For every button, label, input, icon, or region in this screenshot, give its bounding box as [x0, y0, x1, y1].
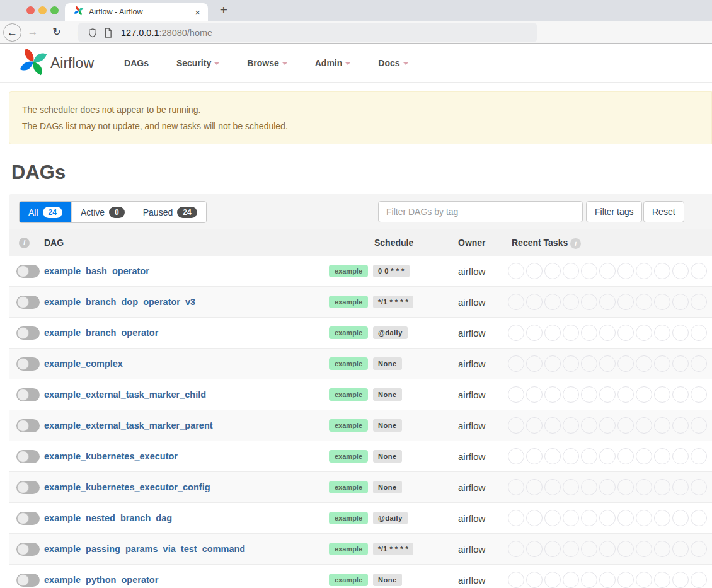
dag-pause-toggle[interactable]: [16, 265, 40, 278]
forward-button[interactable]: →: [25, 25, 40, 40]
nav-item-security[interactable]: Security: [176, 58, 219, 68]
brand-name: Airflow: [50, 55, 94, 72]
task-status-circle: [617, 294, 634, 310]
dag-link[interactable]: example_kubernetes_executor_config: [44, 472, 210, 503]
dag-pause-toggle[interactable]: [16, 574, 40, 587]
reset-button[interactable]: Reset: [643, 201, 684, 222]
tab-active[interactable]: Active 0: [71, 202, 134, 222]
task-status-circle: [599, 448, 616, 464]
tab-title: Airflow - Airflow: [89, 8, 193, 16]
tab-all[interactable]: All 24: [20, 202, 71, 222]
task-status-circle: [636, 541, 652, 557]
dag-pause-toggle[interactable]: [16, 357, 40, 371]
url-text: 127.0.0.1:28080/home: [121, 28, 212, 38]
task-status-circle: [581, 510, 597, 526]
schedule-badge[interactable]: None: [373, 574, 402, 586]
dag-tag-badge[interactable]: example: [329, 388, 368, 401]
tab-close-icon[interactable]: ×: [193, 7, 202, 18]
schedule-badge[interactable]: None: [373, 481, 402, 493]
schedule-badge[interactable]: None: [373, 388, 402, 401]
dag-link[interactable]: example_complex: [44, 349, 123, 379]
dag-tag-badge[interactable]: example: [329, 357, 368, 370]
schedule-badge[interactable]: None: [373, 450, 402, 463]
task-status-circle: [672, 479, 689, 495]
task-status-circle: [617, 572, 634, 588]
url-path: :28080/home: [159, 28, 212, 38]
schedule-badge[interactable]: None: [373, 357, 402, 370]
reload-button[interactable]: ↻: [49, 25, 64, 40]
browser-tab[interactable]: Airflow - Airflow ×: [65, 3, 208, 21]
dag-pause-toggle[interactable]: [16, 388, 40, 401]
dag-tag-badge[interactable]: example: [329, 574, 368, 586]
dag-link[interactable]: example_external_task_marker_parent: [44, 410, 213, 441]
dag-link[interactable]: example_python_operator: [44, 565, 158, 588]
dag-tag-badge[interactable]: example: [329, 481, 368, 493]
dag-pause-toggle[interactable]: [16, 543, 40, 556]
task-status-circle: [636, 572, 652, 588]
dag-pause-toggle[interactable]: [16, 481, 40, 494]
tracking-shield-icon[interactable]: [88, 28, 97, 38]
tab-label: Paused: [143, 207, 173, 217]
schedule-badge[interactable]: 0 0 * * *: [373, 265, 410, 277]
chevron-down-icon: [403, 62, 408, 65]
schedule-badge[interactable]: None: [373, 419, 402, 432]
dag-tag-badge[interactable]: example: [329, 512, 368, 524]
toggle-knob: [17, 296, 29, 308]
schedule-badge[interactable]: @daily: [373, 326, 408, 339]
task-status-circle: [508, 479, 524, 495]
dag-pause-toggle[interactable]: [16, 326, 40, 340]
task-status-circle: [508, 263, 524, 279]
dag-link[interactable]: example_branch_operator: [44, 318, 158, 349]
task-status-circle: [581, 572, 597, 588]
nav-item-admin[interactable]: Admin: [315, 58, 351, 68]
dag-pause-toggle[interactable]: [16, 512, 40, 525]
recent-tasks-slots: [508, 572, 707, 588]
page-info-icon[interactable]: [104, 28, 112, 38]
dag-link[interactable]: example_nested_branch_dag: [44, 503, 172, 534]
task-status-circle: [691, 355, 707, 372]
task-status-circle: [636, 263, 652, 279]
nav-item-dags[interactable]: DAGs: [124, 58, 149, 68]
dag-tag-badge[interactable]: example: [329, 543, 368, 555]
nav-items: DAGs Security Browse Admin Docs: [124, 58, 408, 68]
dag-pause-toggle[interactable]: [16, 419, 40, 432]
task-status-circle: [636, 417, 652, 434]
owner-label: airflow: [458, 256, 485, 287]
dag-tag-badge[interactable]: example: [329, 265, 368, 277]
zoom-window-button[interactable]: [50, 6, 59, 14]
schedule-badge[interactable]: */1 * * * *: [373, 296, 413, 308]
new-tab-button[interactable]: +: [215, 1, 233, 19]
dag-tag-badge[interactable]: example: [329, 326, 368, 339]
dag-link[interactable]: example_passing_params_via_test_command: [44, 534, 245, 565]
dag-pause-toggle[interactable]: [16, 296, 40, 309]
task-status-circle: [672, 325, 689, 341]
tag-filter-input[interactable]: [378, 201, 583, 222]
address-bar[interactable]: 127.0.0.1:28080/home: [78, 23, 537, 42]
minimize-window-button[interactable]: [38, 6, 47, 14]
task-status-circle: [691, 448, 707, 464]
dag-tag-badge[interactable]: example: [329, 419, 368, 432]
dag-link[interactable]: example_bash_operator: [44, 256, 149, 287]
dag-tag-badge[interactable]: example: [329, 450, 368, 463]
task-status-circle: [617, 355, 634, 372]
toggle-knob: [17, 358, 29, 370]
task-status-circle: [563, 448, 579, 464]
dag-pause-toggle[interactable]: [16, 450, 40, 463]
filter-tags-button[interactable]: Filter tags: [586, 201, 642, 222]
schedule-column-header: Schedule: [374, 229, 413, 256]
close-window-button[interactable]: [26, 6, 35, 14]
airflow-brand[interactable]: Airflow: [19, 47, 94, 79]
dag-link[interactable]: example_external_task_marker_child: [44, 379, 206, 410]
task-status-circle: [617, 479, 634, 495]
back-button[interactable]: ←: [3, 23, 21, 42]
nav-item-docs[interactable]: Docs: [378, 58, 408, 68]
schedule-badge[interactable]: */1 * * * *: [373, 543, 413, 555]
dag-tag-badge[interactable]: example: [329, 296, 368, 308]
tab-paused[interactable]: Paused 24: [134, 202, 206, 222]
table-row: example_python_operator example None air…: [9, 565, 712, 588]
schedule-badge[interactable]: @daily: [373, 512, 408, 524]
dag-link[interactable]: example_branch_dop_operator_v3: [44, 287, 195, 318]
dag-link[interactable]: example_kubernetes_executor: [44, 441, 178, 472]
task-status-circle: [526, 479, 543, 495]
nav-item-browse[interactable]: Browse: [247, 58, 287, 68]
